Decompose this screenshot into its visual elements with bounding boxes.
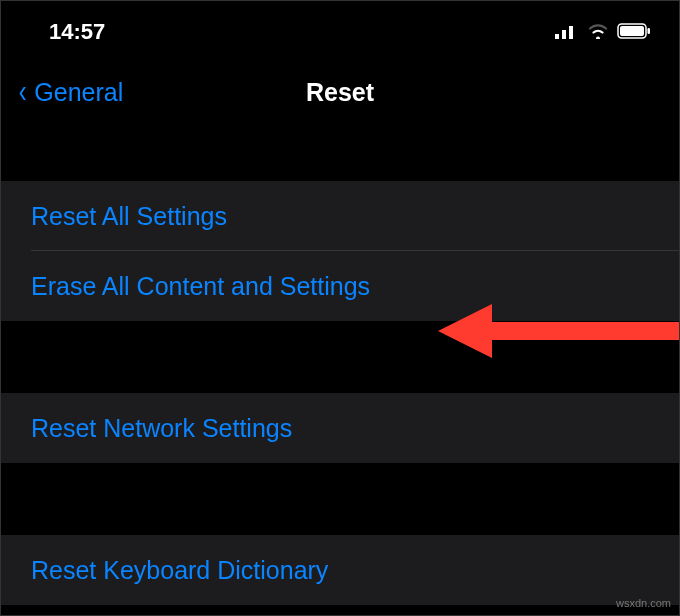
back-button[interactable]: ‹ General [17,73,123,112]
settings-group: Reset All Settings Erase All Content and… [1,181,679,321]
settings-group: Reset Network Settings [1,393,679,463]
svg-rect-2 [569,26,573,39]
back-label: General [34,78,123,107]
wifi-icon [587,19,609,45]
watermark: wsxdn.com [616,597,671,609]
reset-keyboard-dictionary-row[interactable]: Reset Keyboard Dictionary [1,535,679,605]
nav-bar: ‹ General Reset [1,63,679,121]
chevron-left-icon: ‹ [19,71,27,110]
erase-all-content-row[interactable]: Erase All Content and Settings [1,251,679,321]
battery-icon [617,19,651,45]
status-bar: 14:57 [1,1,679,63]
row-label: Reset Keyboard Dictionary [31,556,328,585]
svg-rect-6 [648,28,651,34]
row-label: Reset All Settings [31,202,227,231]
status-icons [555,19,651,45]
settings-group: Reset Keyboard Dictionary [1,535,679,605]
svg-rect-5 [620,26,644,36]
group-spacer [1,121,679,181]
reset-network-settings-row[interactable]: Reset Network Settings [1,393,679,463]
status-time: 14:57 [49,19,105,45]
reset-all-settings-row[interactable]: Reset All Settings [1,181,679,251]
page-title: Reset [306,78,374,107]
cellular-icon [555,19,579,45]
row-label: Erase All Content and Settings [31,272,370,301]
group-spacer [1,321,679,393]
row-label: Reset Network Settings [31,414,292,443]
group-spacer [1,463,679,535]
svg-rect-1 [562,30,566,39]
svg-rect-0 [555,34,559,39]
